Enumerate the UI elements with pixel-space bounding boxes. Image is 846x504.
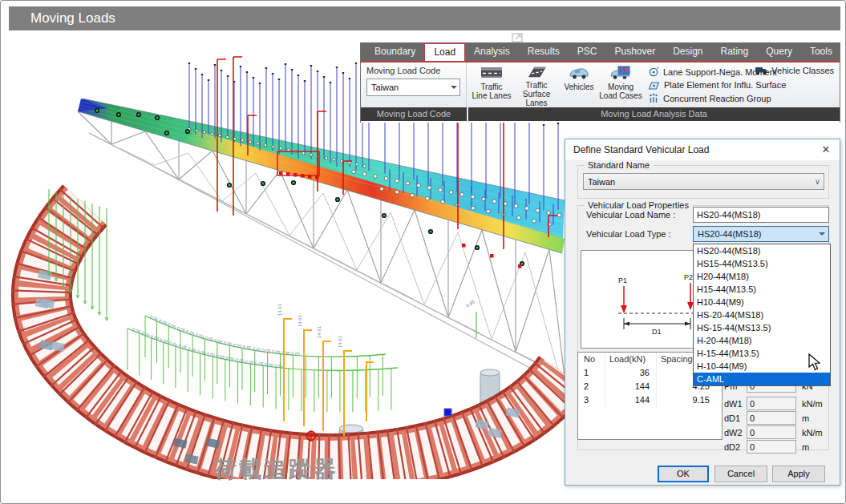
close-icon[interactable]: ✕ (817, 139, 835, 160)
tab-tools[interactable]: Tools (801, 42, 841, 61)
p2-label: P2 (684, 273, 693, 281)
list-item[interactable]: H-20-44(M18) (694, 334, 830, 347)
param-dw2-input[interactable] (747, 425, 796, 439)
vehicular-load-type-label: Vehicular Load Type : (586, 229, 671, 239)
vehicle-classes-button[interactable]: Vehicle Classes (755, 66, 834, 75)
vehicular-load-type-value: HS20-44(MS18) (698, 229, 761, 239)
vehicles-button[interactable]: Vehicles (560, 63, 598, 107)
param-row-dd2: dD2 m (724, 440, 838, 454)
chevron-down-icon (819, 232, 825, 236)
chevron-down-icon (451, 86, 457, 89)
moving-load-code-dropdown[interactable]: Taiwan (366, 79, 460, 96)
lc-badge: LC (621, 67, 628, 73)
param-label: dW2 (724, 428, 747, 437)
dialog-title: Define Standard Vehicular Load (573, 144, 709, 155)
standard-name-value: Taiwan (588, 177, 615, 187)
tab-load[interactable]: Load (424, 43, 465, 61)
corner-value: 0.95 (465, 299, 476, 308)
moving-load-cases-button[interactable]: LC Moving Load Cases (598, 63, 643, 107)
flag-value: 14.61 (277, 303, 282, 316)
col-load: Load(kN) (605, 353, 657, 366)
param-row-dw1: dW1 kN/m (724, 397, 838, 410)
truck-lc-icon: LC (609, 64, 632, 82)
page-frame: Moving Loads (0, 0, 846, 504)
param-label: dD1 (724, 413, 747, 423)
plate-element-option[interactable]: Plate Element for Influ. Surface (648, 79, 840, 91)
table-row: 3 144 9.15 (578, 393, 722, 407)
curved-bridge-load-tracker-model: 0.05 0.05 0.05 0.05 0.05 0.05 0.05 0.05 … (9, 181, 570, 479)
concurrent-reaction-icon (648, 93, 659, 104)
apply-button[interactable]: Apply (772, 466, 825, 482)
list-item[interactable]: H20-44(M18) (694, 270, 830, 283)
d1-label: D1 (652, 328, 662, 336)
button-label: Traffic (525, 81, 547, 90)
page-title-bar: Moving Loads (9, 6, 840, 30)
model-caption: 荷載追蹤器 (214, 454, 338, 485)
lane-support-icon (648, 67, 659, 78)
svg-text:0.05 0.05 0.05 0.05 0.05 0.05: 0.05 0.05 0.05 0.05 0.05 0.05 0.05 0.05 … (149, 314, 300, 357)
button-label: Moving (608, 83, 633, 91)
option-label: Plate Element for Influ. Surface (664, 80, 786, 90)
vehicle-classes-icon (755, 66, 768, 75)
option-label: Concurrent Reaction Group (663, 94, 771, 103)
tab-rating[interactable]: Rating (712, 42, 758, 61)
mouse-cursor (808, 353, 824, 376)
traffic-surface-lanes-button[interactable]: Traffic Surface Lanes (513, 63, 560, 107)
button-label: Surface Lanes (513, 90, 560, 107)
vehicle-van-icon (568, 64, 590, 82)
load-tracker-flags (284, 319, 374, 436)
moving-load-code-group: Moving Load Code Taiwan (361, 62, 467, 107)
param-dd2-input[interactable] (747, 440, 796, 454)
vehicular-load-type-dropdown[interactable]: HS20-44(MS18) (693, 226, 829, 242)
tab-pushover[interactable]: Pushover (605, 42, 664, 61)
param-dw1-input[interactable] (747, 397, 796, 410)
moving-load-code-value: Taiwan (371, 83, 399, 92)
p1-label: P1 (618, 276, 627, 284)
flag-value: 14.61 (298, 314, 302, 327)
list-item[interactable]: HS20-44(MS18) (694, 244, 830, 257)
tab-boundary[interactable]: Boundary (366, 42, 424, 61)
ribbon: Boundary Load Analysis Results PSC Pusho… (360, 42, 840, 123)
curved-deck-grid (12, 189, 570, 479)
list-item[interactable]: H10-44(M9) (694, 296, 830, 308)
selected-node-marker[interactable] (444, 409, 451, 416)
road-skewed-icon (524, 64, 548, 80)
list-item[interactable]: H15-44(M13.5) (694, 283, 830, 296)
standard-name-label: Standard Name (585, 160, 653, 170)
plate-element-icon (648, 80, 660, 91)
param-label: dW1 (724, 399, 747, 409)
vehicular-load-properties-label: Vehicular Load Properties (585, 200, 692, 210)
tab-psc[interactable]: PSC (569, 42, 606, 61)
ribbon-group-captions: Moving Load Code Moving Load Analysis Da… (361, 107, 840, 121)
list-item[interactable]: HS-15-44(MS13.5) (694, 321, 830, 334)
tab-results[interactable]: Results (519, 42, 569, 61)
tab-analysis[interactable]: Analysis (465, 42, 519, 61)
concurrent-reaction-option[interactable]: Concurrent Reaction Group (648, 92, 840, 104)
dialog-title-bar[interactable]: Define Standard Vehicular Load ✕ (565, 139, 840, 160)
tab-query[interactable]: Query (757, 42, 801, 61)
road-straight-icon (480, 64, 504, 82)
param-unit: m (802, 413, 809, 423)
traffic-line-lanes-button[interactable]: Traffic Line Lanes (470, 63, 513, 107)
page-title: Moving Loads (30, 10, 115, 26)
vehicular-load-name-input[interactable] (693, 207, 829, 223)
param-unit: kN/m (802, 399, 823, 409)
list-item[interactable]: HS15-44(MS13.5) (694, 257, 830, 270)
list-item[interactable]: HS-20-44(MS18) (694, 308, 830, 321)
tab-design[interactable]: Design (664, 42, 711, 61)
button-label: Line Lanes (472, 91, 512, 100)
flag-value: 14.61 (338, 335, 342, 348)
vehicular-load-name-label: Vehicular Load Name : (586, 210, 675, 220)
button-label: Load Cases (599, 91, 642, 100)
define-standard-vehicular-load-dialog: Define Standard Vehicular Load ✕ Standar… (565, 139, 840, 486)
ok-button[interactable]: OK (658, 466, 709, 482)
param-dd1-input[interactable] (747, 411, 796, 425)
cancel-button[interactable]: Cancel (714, 466, 767, 482)
moving-load-code-label: Moving Load Code (366, 66, 460, 75)
group-caption-code: Moving Load Code (361, 107, 467, 121)
col-no: No (578, 353, 605, 366)
standard-name-dropdown[interactable]: Taiwan ∨ (583, 173, 824, 190)
flag-value: 14.61 (317, 325, 322, 338)
button-label: Vehicles (564, 83, 593, 91)
flag-value-labels: 14.61 14.61 14.61 14.61 0.95 (277, 299, 476, 348)
